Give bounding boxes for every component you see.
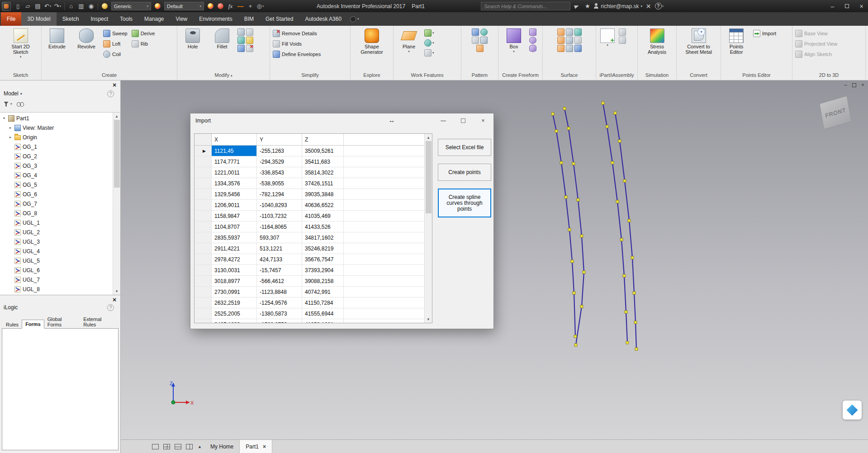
cell-x[interactable]: 1174,7771	[212, 156, 257, 167]
import-table[interactable]: X Y Z ▶1121,45-255,126335009,52611174,77…	[194, 133, 432, 323]
import-table-row[interactable]: 2632,2519-1254,957641150,7284	[194, 297, 432, 308]
ilogic-tab-forms[interactable]: Forms	[22, 320, 44, 329]
import-table-row[interactable]: 2525,2005-1380,587341555,6944	[194, 308, 432, 319]
table-scrollbar[interactable]: ▲ ▼	[424, 134, 432, 323]
tab-environments[interactable]: Environments	[193, 12, 238, 26]
model-viewport[interactable]: – × FRONT Z X Import ↔ — × X Y	[121, 80, 868, 453]
cell-z[interactable]: 41555,6944	[302, 308, 344, 319]
revolve-button[interactable]: Revolve	[72, 27, 100, 71]
help-icon[interactable]: ?▾	[655, 1, 664, 11]
freeform-cylinder-icon[interactable]	[529, 45, 536, 52]
work-point[interactable]	[551, 113, 554, 115]
tree-scrollbar[interactable]: ▲ ▼	[113, 113, 120, 295]
tree-item-ugl-7[interactable]: UGL_7	[0, 275, 113, 284]
import-table-row[interactable]: 1329,5456-782,129439035,3848	[194, 189, 432, 200]
row-selector[interactable]	[194, 308, 212, 319]
cell-z[interactable]: 40636,6522	[302, 200, 344, 210]
work-point[interactable]	[620, 238, 623, 241]
import-button[interactable]: Import	[752, 28, 778, 38]
cell-z[interactable]: 35009,5261	[302, 146, 344, 156]
cell-y[interactable]: -782,1294	[257, 189, 302, 199]
thread-icon[interactable]	[237, 45, 245, 52]
material-combo[interactable]: Generic▾	[111, 2, 151, 10]
cell-y[interactable]: -1103,7232	[257, 211, 302, 221]
spline-curve[interactable]	[603, 103, 627, 343]
dialog-maximize-button[interactable]	[453, 114, 473, 127]
cell-x[interactable]: 1221,0011	[212, 167, 257, 178]
doc-restore-button[interactable]	[852, 83, 856, 87]
spline-curve[interactable]	[553, 114, 575, 336]
import-table-row[interactable]: 3130,0031-15,745737393,2904	[194, 265, 432, 276]
cell-x[interactable]: 2911,4221	[212, 243, 257, 254]
ilogic-tab-external-rules[interactable]: External Rules	[80, 315, 119, 329]
work-point[interactable]	[616, 200, 619, 203]
panel-overflow-button[interactable]: ▾	[697, 28, 705, 36]
expand-tabs-icon[interactable]: ▲	[198, 444, 202, 449]
import-table-row[interactable]: 1334,3576-538,905537426,1511	[194, 178, 432, 189]
close-icon[interactable]: ×	[111, 81, 118, 89]
cell-x[interactable]: 3130,0031	[212, 265, 257, 275]
model-panel-title[interactable]: Model	[4, 90, 19, 97]
trim-icon[interactable]	[566, 28, 573, 36]
home-icon[interactable]: ⌂	[66, 1, 76, 11]
doc-close-button[interactable]: ×	[861, 82, 864, 88]
cell-x[interactable]: 2525,2005	[212, 308, 257, 319]
work-point[interactable]	[574, 335, 577, 338]
ruled-surface-icon[interactable]	[574, 45, 582, 52]
tree-item-ugl-8[interactable]: UGL_8	[0, 284, 113, 294]
close-icon[interactable]: ×	[111, 296, 118, 303]
import-table-row[interactable]: 1206,9011-1040,829340636,6522	[194, 200, 432, 211]
tab-view[interactable]: View	[170, 12, 193, 26]
rib-button[interactable]: Rib	[130, 39, 157, 48]
ribbon-appearance-button[interactable]: ▾	[350, 12, 359, 26]
cell-z[interactable]: 37426,1511	[302, 178, 344, 189]
tab-file[interactable]: File	[1, 12, 21, 26]
row-selector[interactable]	[194, 211, 212, 221]
tab-tools[interactable]: Tools	[114, 12, 138, 26]
freeform-box-button[interactable]: Box ▾	[500, 27, 528, 71]
close-tab-icon[interactable]: ×	[263, 444, 266, 450]
window-minimize-button[interactable]: –	[826, 0, 839, 12]
row-selector[interactable]	[194, 254, 212, 264]
split-icon[interactable]	[246, 28, 253, 36]
scroll-down-icon[interactable]: ▼	[115, 288, 119, 295]
work-point[interactable]	[560, 161, 563, 164]
freeform-plane-icon[interactable]	[529, 28, 536, 36]
plane-button[interactable]: Plane ▾	[395, 27, 423, 71]
start-2d-sketch-button[interactable]: Start 2D Sketch ▾	[7, 27, 35, 71]
edit-factory-icon[interactable]	[619, 28, 626, 36]
cell-y[interactable]: -1254,9576	[257, 297, 302, 308]
tree-item-ugl-6[interactable]: UGL_6	[0, 265, 113, 275]
tree-item-og-7[interactable]: OG_7	[0, 199, 113, 208]
tab-manage[interactable]: Manage	[138, 12, 170, 26]
filter-icon[interactable]	[4, 102, 9, 107]
tree-item-og-8[interactable]: OG_8	[0, 208, 113, 218]
cell-y[interactable]: -15,7457	[257, 265, 302, 275]
create-ipart-button[interactable]: ▾	[598, 27, 617, 71]
signed-in-user[interactable]: richter@map.sk ▾	[593, 3, 642, 9]
cell-z[interactable]: 35246,8219	[302, 243, 344, 254]
work-point[interactable]	[564, 196, 567, 198]
import-table-row[interactable]: 2427,1933-1508,075941959,1881	[194, 319, 432, 323]
new-file-icon[interactable]: ▯	[13, 1, 23, 11]
sculpt-icon[interactable]	[557, 45, 564, 52]
cell-y[interactable]: -1123,8848	[257, 287, 302, 297]
tab-part1[interactable]: Part1×	[240, 440, 272, 453]
import-table-row[interactable]: ▶1121,45-255,126335009,5261	[194, 146, 432, 156]
import-table-row[interactable]: 1158,9847-1103,723241035,469	[194, 211, 432, 222]
row-selector[interactable]	[194, 276, 212, 286]
ucs-button[interactable]: ▾	[424, 48, 434, 57]
cell-x[interactable]: 1121,45	[212, 146, 257, 156]
material-sphere-icon[interactable]	[100, 1, 109, 11]
search-icon[interactable]	[17, 102, 24, 106]
favorites-star-icon[interactable]: ★	[583, 1, 592, 11]
coil-button[interactable]: Coil	[102, 49, 129, 59]
redo-button[interactable]: ↷▾	[53, 1, 62, 11]
cell-x[interactable]: 1158,9847	[212, 211, 257, 221]
work-point[interactable]	[571, 260, 574, 263]
work-point[interactable]	[577, 198, 579, 201]
dialog-minimize-button[interactable]: —	[433, 114, 453, 127]
help-icon[interactable]: ?	[107, 90, 114, 97]
work-point[interactable]	[626, 341, 629, 344]
import-table-row[interactable]: 3018,8977-566,461239088,2158	[194, 276, 432, 287]
